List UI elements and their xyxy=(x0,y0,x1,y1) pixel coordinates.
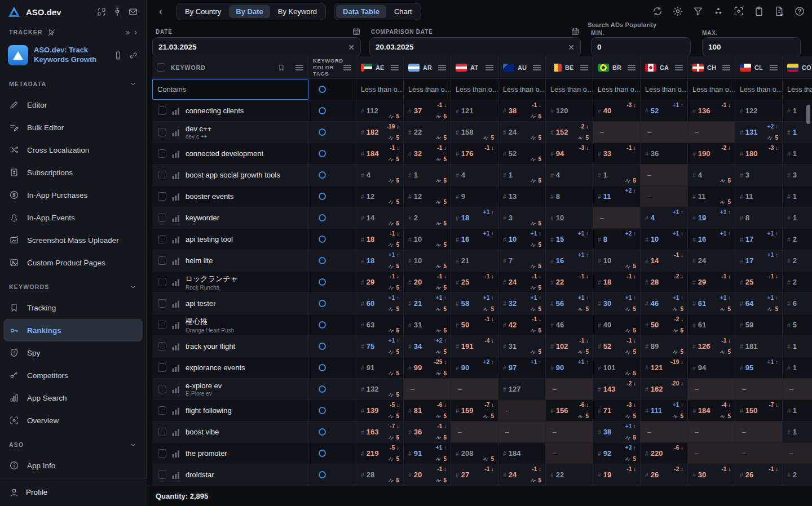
row-checkbox[interactable] xyxy=(158,192,166,201)
row-checkbox[interactable] xyxy=(158,428,166,436)
row-checkbox[interactable] xyxy=(158,214,166,222)
tab-by-keyword[interactable]: By Keyword xyxy=(271,5,324,18)
color-tag-circle-icon[interactable] xyxy=(319,300,326,307)
row-checkbox[interactable] xyxy=(158,321,166,329)
tab-data-table[interactable]: Data Table xyxy=(336,5,386,18)
sidebar-item-tracking[interactable]: Tracking xyxy=(3,296,143,319)
color-tag-circle-icon[interactable] xyxy=(319,236,326,243)
color-tag-circle-icon[interactable] xyxy=(319,128,326,136)
color-tag-circle-icon[interactable] xyxy=(319,471,326,478)
row-checkbox[interactable] xyxy=(158,171,166,179)
country-column-menu-icon[interactable] xyxy=(675,65,683,70)
color-tags-icon[interactable] xyxy=(713,6,724,17)
sidebar-section-aso[interactable]: ASO xyxy=(0,435,146,454)
bookmark-icon[interactable] xyxy=(277,63,285,72)
color-tag-circle-icon[interactable] xyxy=(319,107,326,114)
color-tag-circle-icon[interactable] xyxy=(319,407,326,414)
color-tags-column-menu-icon[interactable] xyxy=(343,65,351,70)
calendar-icon[interactable] xyxy=(352,27,361,36)
select-all-checkbox[interactable] xyxy=(157,63,165,72)
row-checkbox[interactable] xyxy=(158,363,166,372)
keyword-chart-icon[interactable] xyxy=(172,257,180,265)
keyword-column-menu-icon[interactable] xyxy=(295,65,303,70)
keyword-chart-icon[interactable] xyxy=(172,343,180,350)
country-rank-filter-ae[interactable]: Less than o… xyxy=(356,79,404,100)
row-checkbox[interactable] xyxy=(158,385,166,393)
row-checkbox[interactable] xyxy=(158,406,166,415)
max-input[interactable] xyxy=(708,43,810,51)
sidebar-item-editor[interactable]: Editor xyxy=(3,94,143,116)
color-tag-circle-icon[interactable] xyxy=(319,450,326,457)
refresh-icon[interactable] xyxy=(652,6,663,17)
sidebar-item-cross-localization[interactable]: Cross Localization xyxy=(3,139,143,161)
sidebar-item-competitors[interactable]: Competitors xyxy=(3,364,143,387)
keyword-chart-icon[interactable] xyxy=(172,171,180,179)
keyword-chart-icon[interactable] xyxy=(172,407,180,415)
color-tag-circle-icon[interactable] xyxy=(319,343,326,350)
keyword-chart-icon[interactable] xyxy=(172,193,180,201)
color-tag-circle-icon[interactable] xyxy=(319,385,326,393)
sidebar-item-in-app-events[interactable]: In-App Events xyxy=(3,206,143,229)
country-column-menu-icon[interactable] xyxy=(486,65,493,70)
contains-input[interactable] xyxy=(153,85,308,94)
color-tag-circle-icon[interactable] xyxy=(319,257,326,264)
link-icon[interactable] xyxy=(129,51,138,60)
country-column-menu-icon[interactable] xyxy=(391,65,399,70)
row-checkbox[interactable] xyxy=(158,106,166,115)
row-checkbox[interactable] xyxy=(158,235,166,243)
row-checkbox[interactable] xyxy=(158,449,166,458)
color-tag-circle-icon[interactable] xyxy=(319,150,326,157)
row-checkbox[interactable] xyxy=(158,128,166,136)
country-column-menu-icon[interactable] xyxy=(533,65,541,70)
country-column-menu-icon[interactable] xyxy=(628,65,636,70)
color-tag-circle-icon[interactable] xyxy=(319,321,326,329)
row-checkbox[interactable] xyxy=(158,278,166,286)
country-rank-filter-ch[interactable]: Less than o… xyxy=(688,79,735,100)
keyword-chart-icon[interactable] xyxy=(172,214,180,222)
color-tag-circle-icon[interactable] xyxy=(319,193,326,200)
sidebar-item-bulk-editor[interactable]: Bulk Editor xyxy=(3,116,143,139)
sidebar-item-rankings[interactable]: Rankings xyxy=(3,319,143,341)
keyword-chart-icon[interactable] xyxy=(172,471,180,479)
date-input[interactable] xyxy=(158,43,345,51)
sidebar-item-subscriptions[interactable]: Subscriptions xyxy=(3,161,143,184)
date-clear-icon[interactable]: ✕ xyxy=(345,43,355,52)
keyword-chart-icon[interactable] xyxy=(172,450,180,458)
sidebar-item-overview[interactable]: Overview xyxy=(3,409,143,432)
expand-sidebar-icon[interactable]: › xyxy=(134,28,137,37)
country-column-menu-icon[interactable] xyxy=(438,65,446,70)
phone-icon[interactable] xyxy=(113,51,123,60)
country-column-menu-icon[interactable] xyxy=(580,65,588,70)
row-checkbox[interactable] xyxy=(158,299,166,308)
help-icon[interactable] xyxy=(794,6,805,17)
color-tag-circle-icon[interactable] xyxy=(319,278,326,286)
comparison-date-clear-icon[interactable]: ✕ xyxy=(564,43,575,52)
tab-chart[interactable]: Chart xyxy=(387,5,419,18)
color-tag-filter-circle-icon[interactable] xyxy=(319,86,326,93)
scan-icon[interactable] xyxy=(733,6,744,17)
calendar-icon[interactable] xyxy=(571,27,580,36)
sidebar-item-app-search[interactable]: App Search xyxy=(3,387,143,409)
row-checkbox[interactable] xyxy=(158,342,166,350)
back-button[interactable]: ‹ xyxy=(153,4,168,19)
tab-by-country[interactable]: By Country xyxy=(178,5,228,18)
color-tag-circle-icon[interactable] xyxy=(319,171,326,179)
min-input[interactable] xyxy=(597,43,699,51)
vertical-scrollbar[interactable] xyxy=(806,105,810,124)
export-icon[interactable] xyxy=(774,6,785,17)
tab-by-date[interactable]: By Date xyxy=(229,5,270,18)
comparison-date-input[interactable] xyxy=(376,43,564,51)
tracked-app-card[interactable]: ASO.dev: Track Keywords Growth xyxy=(0,41,146,71)
sidebar-section-metadata[interactable]: METADATA xyxy=(0,74,146,94)
collapse-all-icon[interactable]: » xyxy=(126,28,130,37)
keyword-chart-icon[interactable] xyxy=(172,385,180,393)
keyword-chart-icon[interactable] xyxy=(172,321,180,329)
keyword-chart-icon[interactable] xyxy=(172,428,180,436)
country-rank-filter-ca[interactable]: Less than o… xyxy=(641,79,688,100)
keyword-chart-icon[interactable] xyxy=(172,236,180,243)
row-checkbox[interactable] xyxy=(158,471,166,479)
sidebar-item-profile[interactable]: Profile xyxy=(0,478,147,506)
keyword-chart-icon[interactable] xyxy=(172,150,180,158)
country-column-menu-icon[interactable] xyxy=(770,65,778,70)
sidebar-item-spy[interactable]: Spy xyxy=(3,341,143,364)
